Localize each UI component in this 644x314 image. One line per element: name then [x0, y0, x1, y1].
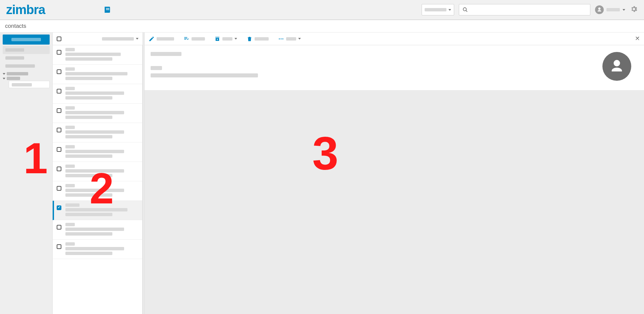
contact-row-initial	[65, 48, 75, 51]
contact-row-checkbox[interactable]	[57, 244, 61, 249]
overlay-number-1: 1	[23, 136, 48, 180]
contact-row[interactable]	[53, 142, 142, 162]
settings-button[interactable]	[630, 5, 638, 14]
contact-row[interactable]	[53, 84, 142, 104]
sidebar-item[interactable]	[3, 46, 50, 54]
sidebar-item[interactable]	[3, 54, 50, 62]
contact-row-email	[65, 232, 112, 236]
new-contact-label	[11, 38, 41, 41]
contact-row-initial	[65, 223, 75, 226]
svg-point-2	[282, 38, 283, 39]
contact-row-checkbox[interactable]	[57, 186, 61, 191]
contact-row[interactable]	[53, 65, 142, 84]
contact-card	[145, 45, 644, 90]
contact-row-text	[65, 223, 138, 236]
contact-row-initial	[65, 106, 75, 110]
breadcrumb: contacts	[0, 20, 644, 33]
contact-row-initial	[65, 242, 75, 246]
move-button[interactable]	[214, 36, 237, 42]
contact-row-initial	[65, 126, 75, 129]
search-box[interactable]	[459, 4, 590, 15]
contact-row-name	[65, 91, 124, 95]
contact-row-email	[65, 96, 112, 100]
contact-row-checkbox[interactable]	[57, 89, 61, 93]
chevron-down-icon	[298, 38, 301, 40]
contact-row-text	[65, 87, 138, 100]
assign-label	[192, 37, 205, 41]
contact-row-email	[65, 213, 112, 216]
contact-row[interactable]	[53, 45, 142, 65]
contact-row-email	[65, 57, 112, 61]
assign-button[interactable]	[183, 36, 205, 42]
contact-row-email	[65, 154, 112, 158]
contact-list-header	[53, 33, 143, 45]
chevron-down-icon	[136, 38, 139, 40]
contact-row-checkbox[interactable]	[57, 69, 61, 74]
sidebar-group-header[interactable]	[3, 76, 50, 81]
main-area: 1 2	[0, 33, 644, 314]
sidebar-item[interactable]	[3, 62, 50, 70]
contact-row-email	[65, 77, 112, 80]
contact-row[interactable]	[53, 104, 142, 123]
more-button[interactable]	[278, 36, 301, 42]
contact-row-text	[65, 106, 138, 119]
new-contact-button[interactable]	[3, 35, 50, 45]
sidebar-group-header[interactable]	[3, 71, 50, 76]
contact-row-email	[65, 252, 112, 255]
contact-row-checkbox[interactable]	[57, 147, 61, 152]
contact-row-text	[65, 126, 138, 138]
select-all-checkbox[interactable]	[57, 37, 61, 41]
contact-row-email	[65, 116, 112, 119]
chevron-down-icon	[448, 9, 451, 11]
search-input[interactable]	[471, 7, 587, 12]
contact-row-name	[65, 72, 127, 75]
contact-avatar	[602, 52, 631, 81]
contact-info	[151, 73, 258, 77]
contact-row-initial	[65, 67, 75, 71]
user-menu[interactable]	[595, 5, 625, 14]
svg-point-1	[281, 38, 282, 39]
contact-row-checkbox[interactable]	[57, 128, 61, 132]
sidebar-tag-input[interactable]	[9, 81, 50, 88]
user-icon	[609, 59, 625, 74]
user-avatar-icon	[595, 5, 604, 14]
delete-button[interactable]	[247, 36, 269, 42]
chevron-down-icon	[623, 9, 625, 11]
sidebar-group-label	[7, 72, 28, 75]
contact-row[interactable]	[53, 123, 142, 142]
archive-icon	[214, 36, 220, 42]
contact-row[interactable]	[53, 240, 142, 259]
contact-row[interactable]	[53, 220, 142, 240]
overlay-number-3: 3	[312, 130, 338, 177]
contact-row-initial	[65, 165, 75, 168]
contact-row-checkbox[interactable]	[57, 50, 61, 55]
overlay-number-2: 2	[90, 167, 114, 210]
contact-email-label	[151, 66, 162, 70]
contact-row-checkbox[interactable]	[57, 108, 61, 113]
close-detail-button[interactable]	[635, 36, 640, 42]
delete-label	[255, 37, 269, 41]
breadcrumb-label: contacts	[5, 23, 26, 29]
dots-icon	[278, 36, 284, 42]
search-scope-select[interactable]	[422, 4, 454, 15]
pencil-icon	[149, 36, 155, 42]
search-scope-label	[425, 8, 446, 11]
close-icon	[635, 36, 640, 41]
sort-dropdown[interactable]	[102, 37, 139, 41]
contact-row-initial	[65, 203, 79, 207]
contact-row-checkbox[interactable]	[57, 205, 61, 210]
contacts-app-icon[interactable]	[104, 6, 112, 14]
sort-label	[102, 37, 134, 41]
edit-button[interactable]	[149, 36, 174, 42]
sidebar-tag-label	[12, 83, 32, 86]
sidebar-item-label	[5, 56, 24, 60]
sidebar-item-label	[5, 64, 35, 68]
header-right	[422, 4, 638, 15]
contact-row-checkbox[interactable]	[57, 225, 61, 230]
contact-row-name	[65, 130, 124, 134]
contact-list-panel: 2	[52, 33, 143, 314]
contact-row-initial	[65, 184, 75, 187]
contact-row-checkbox[interactable]	[57, 167, 61, 171]
contact-row-name	[65, 150, 124, 153]
contact-row-initial	[65, 145, 75, 148]
